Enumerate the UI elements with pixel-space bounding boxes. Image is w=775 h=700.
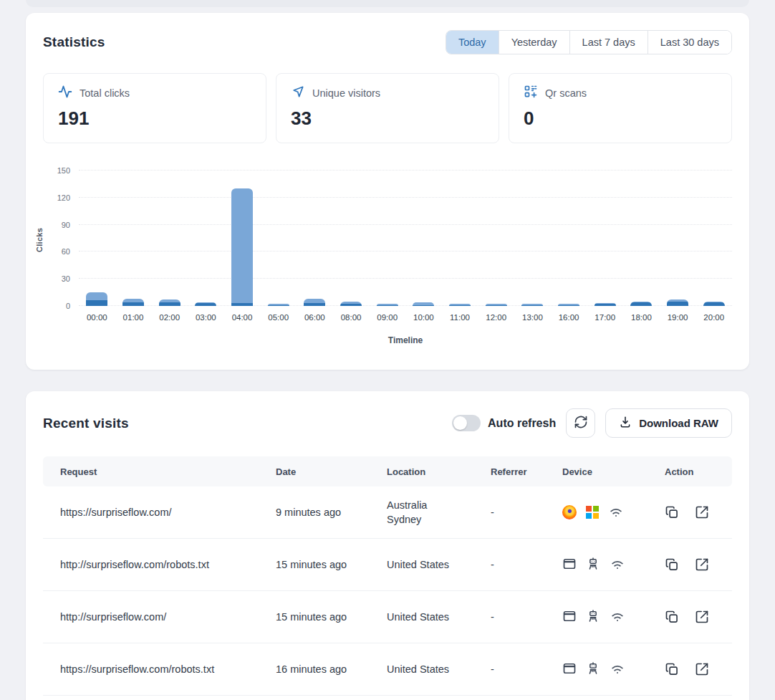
x-tick-label: 01:00 [115,313,152,322]
auto-refresh-toggle[interactable] [452,415,481,431]
browser-window-icon [562,661,577,678]
chart-column [695,171,732,306]
row-actions [665,557,732,572]
bar-10:00[interactable] [413,302,434,306]
toggle-knob [453,416,467,430]
stat-label: Total clicks [80,87,130,99]
tab-yesterday[interactable]: Yesterday [499,31,570,54]
bar-04:00[interactable] [231,188,253,306]
device-icons [562,661,665,679]
device-icons [562,504,665,522]
bar-16:00[interactable] [558,304,579,306]
copy-button[interactable] [665,662,679,676]
wifi-icon [610,661,625,679]
stat-unique-visitors: Unique visitors 33 [276,73,499,143]
stat-value: 191 [58,107,251,130]
stat-boxes: Total clicks 191 Unique visitors 33 [43,73,732,143]
row-actions [665,505,732,519]
visit-date: 16 minutes ago [276,663,387,675]
copy-button[interactable] [665,610,679,624]
visit-referrer: - [491,663,562,675]
open-link-button[interactable] [695,557,709,572]
column-header-action: Action [665,466,732,477]
x-tick-label: 04:00 [224,313,261,322]
qr-scan-icon [524,85,538,101]
open-link-button[interactable] [695,610,709,624]
x-tick-label: 20:00 [695,313,732,322]
chart-column [587,171,623,306]
stat-qr-scans: Qr scans 0 [509,73,732,143]
device-icons [562,608,665,626]
bar-08:00[interactable] [340,302,362,306]
browser-window-icon [562,609,577,625]
chart-column [442,171,478,306]
visit-location: United States [387,610,491,624]
tab-last-7-days[interactable]: Last 7 days [570,31,648,54]
column-header-device: Device [562,466,665,477]
bar-11:00[interactable] [449,304,471,306]
table-row: http://surpriseflow.com/robots.txt15 min… [43,539,732,591]
bar-12:00[interactable] [486,304,507,306]
stat-value: 0 [524,107,717,130]
bar-01:00[interactable] [122,299,144,306]
chart-column [623,171,660,306]
browser-window-icon [562,557,577,573]
windows-icon [586,506,599,519]
x-tick-label: 03:00 [188,313,224,322]
x-tick-label: 19:00 [660,313,696,322]
bar-09:00[interactable] [377,304,398,306]
stat-total-clicks: Total clicks 191 [43,73,266,143]
chart-column [660,171,696,306]
bar-19:00[interactable] [667,299,688,306]
chart-plot-area: 0306090120150 Clicks [79,171,732,306]
open-link-button[interactable] [695,505,709,519]
chart-column [79,171,115,306]
x-tick-label: 08:00 [333,313,370,322]
clicks-bar-chart: 0306090120150 Clicks 00:0001:0002:0003:0… [79,171,732,345]
activity-icon [58,85,72,101]
request-url: https://surpriseflow.com/ [43,507,276,518]
bar-00:00[interactable] [86,292,107,306]
statistics-title: Statistics [43,34,105,50]
tab-today[interactable]: Today [446,31,499,54]
column-header-referrer: Referrer [491,466,562,477]
chart-column [369,171,405,306]
visit-date: 15 minutes ago [276,559,387,570]
bar-05:00[interactable] [268,304,289,306]
request-url: http://surpriseflow.com/ [43,611,276,623]
robot-icon [586,609,600,625]
open-link-button[interactable] [695,662,709,676]
download-raw-button[interactable]: Download RAW [605,408,732,438]
cursor-icon [291,85,305,101]
bar-13:00[interactable] [521,304,543,306]
page: Statistics TodayYesterdayLast 7 daysLast… [0,0,775,700]
request-url: http://surpriseflow.com/robots.txt [43,559,276,570]
x-tick-label: 12:00 [478,313,514,322]
column-header-location: Location [387,466,491,477]
copy-button[interactable] [665,505,679,519]
tab-last-30-days[interactable]: Last 30 days [648,31,731,54]
x-tick-label: 18:00 [623,313,660,322]
table-header: RequestDateLocationReferrerDeviceAction [43,456,732,486]
visit-referrer: - [491,611,562,623]
bar-02:00[interactable] [159,299,180,306]
copy-button[interactable] [665,557,679,572]
chart-column [478,171,514,306]
x-tick-label: 17:00 [587,313,623,322]
chart-column [514,171,551,306]
stat-value: 33 [291,107,484,130]
x-tick-label: 00:00 [79,313,115,322]
y-axis-title: Clicks [35,227,44,251]
chart-column [115,171,152,306]
refresh-button[interactable] [566,408,595,438]
chart-column [405,171,442,306]
bar-06:00[interactable] [304,299,325,306]
robot-icon [586,661,600,678]
column-header-request: Request [43,466,276,477]
bar-17:00[interactable] [595,303,616,306]
robot-icon [586,557,600,573]
bar-03:00[interactable] [195,302,216,306]
bar-20:00[interactable] [703,302,725,306]
x-tick-label: 11:00 [442,313,478,322]
bar-18:00[interactable] [630,302,652,306]
